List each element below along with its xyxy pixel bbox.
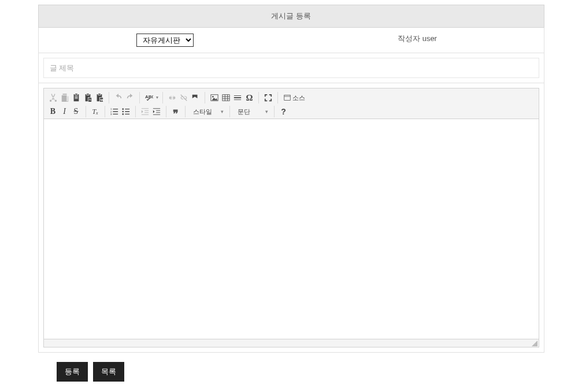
- resize-handle-icon[interactable]: [532, 341, 537, 346]
- redo-icon[interactable]: [124, 92, 136, 103]
- link-icon[interactable]: [166, 92, 178, 103]
- board-select[interactable]: 자유게시판: [136, 34, 194, 47]
- editor-toolbar: W ABC ▼: [44, 88, 539, 119]
- paste-icon[interactable]: [71, 92, 82, 103]
- remove-format-icon[interactable]: Tx: [90, 106, 101, 117]
- svg-rect-9: [284, 95, 291, 101]
- svg-rect-0: [75, 96, 77, 97]
- meta-row: 자유게시판 작성자 user: [38, 28, 544, 53]
- dropdown-caret-icon: ▾: [265, 109, 268, 114]
- dropdown-caret-icon[interactable]: ▼: [155, 95, 160, 99]
- horizontal-rule-icon[interactable]: [232, 92, 243, 103]
- source-button[interactable]: 소스: [281, 92, 307, 103]
- author-name: user: [422, 34, 437, 43]
- outdent-icon[interactable]: [139, 106, 151, 117]
- title-row: [38, 53, 544, 83]
- table-icon[interactable]: [220, 92, 232, 103]
- svg-point-14: [122, 111, 124, 113]
- indent-icon[interactable]: [151, 106, 162, 117]
- svg-rect-7: [223, 95, 229, 101]
- svg-text:W: W: [100, 98, 103, 102]
- editor-status-bar: [44, 339, 539, 347]
- dropdown-caret-icon: ▾: [221, 109, 224, 114]
- style-combo-label: 스타일: [193, 108, 212, 116]
- style-combo[interactable]: 스타일 ▾: [189, 106, 226, 117]
- title-input[interactable]: [43, 58, 539, 78]
- format-combo[interactable]: 문단 ▾: [233, 106, 270, 117]
- cut-icon[interactable]: [47, 92, 59, 103]
- anchor-icon[interactable]: [190, 92, 201, 103]
- author-cell: 작성자 user: [291, 28, 544, 53]
- page-title: 게시글 등록: [38, 5, 544, 28]
- paste-word-icon[interactable]: W: [94, 92, 105, 103]
- copy-icon[interactable]: [59, 92, 71, 103]
- bullet-list-icon[interactable]: [120, 106, 132, 117]
- author-label: 작성자: [398, 34, 420, 43]
- image-icon[interactable]: [209, 92, 220, 103]
- format-combo-label: 문단: [238, 108, 250, 116]
- editor-wrapper: W ABC ▼: [38, 83, 544, 353]
- special-char-icon[interactable]: Ω: [243, 92, 255, 103]
- unlink-icon[interactable]: [178, 92, 190, 103]
- svg-text:3: 3: [110, 113, 112, 116]
- svg-rect-1: [75, 97, 77, 98]
- svg-point-13: [122, 108, 124, 110]
- strike-button[interactable]: S: [71, 106, 82, 117]
- bold-button[interactable]: B: [47, 106, 59, 117]
- italic-button[interactable]: I: [59, 106, 71, 117]
- submit-button[interactable]: 등록: [57, 362, 88, 382]
- blockquote-icon[interactable]: ❞: [170, 106, 181, 117]
- maximize-icon[interactable]: [262, 92, 274, 103]
- source-label: 소스: [292, 94, 305, 102]
- rich-text-editor: W ABC ▼: [43, 88, 539, 347]
- svg-rect-8: [234, 97, 241, 98]
- help-icon[interactable]: ?: [278, 106, 290, 117]
- board-select-cell: 자유게시판: [39, 28, 291, 53]
- footer-buttons: 등록 목록: [38, 353, 544, 391]
- undo-icon[interactable]: [113, 92, 124, 103]
- numbered-list-icon[interactable]: 123: [109, 106, 120, 117]
- svg-point-6: [213, 96, 214, 98]
- spellcheck-icon[interactable]: ABC: [143, 92, 155, 103]
- editor-content-area[interactable]: [44, 119, 539, 339]
- list-button[interactable]: 목록: [93, 362, 124, 382]
- svg-rect-2: [75, 98, 77, 99]
- paste-text-icon[interactable]: [82, 92, 94, 103]
- svg-point-15: [122, 113, 124, 115]
